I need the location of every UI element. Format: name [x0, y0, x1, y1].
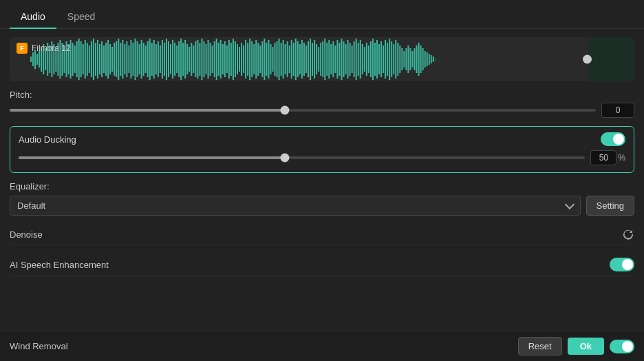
equalizer-selected-value: Default: [17, 200, 45, 211]
svg-rect-65: [164, 43, 165, 76]
svg-rect-54: [141, 40, 142, 79]
pitch-label: Pitch:: [10, 90, 634, 100]
equalizer-select[interactable]: Default: [10, 196, 581, 216]
svg-rect-55: [143, 43, 144, 76]
svg-rect-95: [226, 45, 228, 73]
svg-rect-160: [362, 44, 363, 74]
svg-rect-147: [334, 45, 336, 73]
svg-rect-137: [314, 40, 315, 79]
pitch-value[interactable]: 0: [601, 103, 634, 118]
svg-rect-187: [418, 43, 420, 76]
svg-rect-40: [111, 47, 113, 72]
svg-rect-44: [120, 43, 121, 76]
tab-speed[interactable]: Speed: [56, 7, 106, 29]
pitch-slider-thumb[interactable]: [281, 106, 290, 115]
svg-rect-148: [336, 40, 338, 79]
svg-rect-135: [310, 39, 311, 80]
denoise-refresh-icon[interactable]: [622, 228, 634, 240]
svg-rect-111: [259, 45, 261, 73]
svg-rect-174: [391, 41, 392, 77]
svg-rect-90: [216, 39, 217, 80]
svg-rect-175: [393, 44, 394, 74]
svg-rect-113: [264, 39, 265, 80]
reset-button[interactable]: Reset: [518, 337, 562, 355]
audio-ducking-header: Audio Ducking: [19, 132, 625, 146]
svg-rect-158: [358, 43, 359, 76]
svg-rect-83: [201, 39, 202, 80]
bottom-bar: Wind Removal Reset Ok: [0, 331, 644, 361]
svg-rect-50: [132, 43, 133, 76]
svg-rect-76: [186, 44, 188, 74]
pitch-slider-track[interactable]: [10, 109, 596, 112]
wind-removal-toggle[interactable]: [610, 340, 634, 353]
svg-rect-39: [109, 44, 111, 74]
svg-rect-93: [222, 44, 224, 74]
svg-rect-37: [105, 43, 107, 76]
content-area: F Filmora 12: [0, 29, 644, 331]
waveform-container: F Filmora 12: [10, 37, 634, 81]
svg-rect-64: [162, 40, 163, 79]
tab-audio[interactable]: Audio: [10, 7, 56, 29]
ducking-slider-thumb[interactable]: [280, 154, 289, 163]
svg-rect-26: [83, 44, 84, 74]
denoise-row: Denoise: [10, 224, 634, 245]
pitch-section: Pitch: 0: [10, 90, 634, 118]
svg-rect-122: [283, 40, 284, 79]
waveform-playhead[interactable]: [583, 55, 592, 64]
svg-rect-81: [197, 40, 198, 79]
equalizer-controls: Default Setting: [10, 196, 634, 216]
svg-rect-85: [206, 44, 207, 74]
svg-rect-105: [247, 43, 248, 76]
svg-rect-34: [99, 44, 100, 74]
svg-rect-165: [372, 39, 374, 80]
svg-rect-186: [416, 45, 418, 73]
svg-rect-152: [345, 44, 347, 74]
svg-rect-129: [297, 41, 299, 77]
equalizer-setting-button[interactable]: Setting: [586, 196, 634, 216]
svg-rect-141: [322, 41, 323, 77]
svg-rect-173: [389, 39, 390, 80]
main-container: Audio Speed F Filmora 12: [0, 0, 644, 361]
svg-rect-164: [370, 41, 372, 77]
svg-rect-130: [299, 44, 301, 74]
svg-rect-101: [239, 47, 240, 72]
svg-rect-106: [249, 39, 250, 80]
svg-rect-182: [407, 45, 409, 73]
ducking-slider-fill: [19, 156, 285, 159]
svg-rect-99: [235, 41, 236, 77]
equalizer-section: Equalizer: Default Setting: [10, 181, 634, 216]
svg-rect-189: [422, 48, 424, 70]
ducking-value[interactable]: 50: [590, 150, 616, 165]
svg-rect-97: [230, 43, 232, 76]
svg-rect-185: [414, 48, 416, 70]
waveform-title: Filmora 12: [32, 43, 71, 53]
svg-rect-163: [368, 45, 369, 73]
svg-rect-171: [385, 40, 386, 79]
svg-rect-120: [279, 39, 280, 80]
svg-rect-24: [78, 39, 80, 80]
svg-rect-115: [268, 40, 269, 79]
svg-rect-170: [383, 45, 384, 73]
svg-rect-195: [435, 58, 436, 61]
svg-rect-86: [208, 40, 209, 79]
ok-button[interactable]: Ok: [568, 338, 604, 355]
svg-rect-61: [155, 44, 157, 74]
svg-rect-27: [85, 40, 86, 79]
ai-speech-toggle[interactable]: [610, 258, 634, 271]
svg-rect-117: [272, 47, 273, 72]
svg-rect-168: [378, 44, 380, 74]
svg-rect-69: [172, 40, 173, 79]
svg-rect-67: [168, 41, 169, 77]
svg-rect-184: [411, 51, 413, 68]
ai-speech-row: AI Speech Enhancement: [10, 254, 634, 276]
svg-rect-62: [158, 41, 159, 77]
svg-rect-45: [122, 40, 123, 79]
ducking-slider-track[interactable]: [19, 156, 585, 159]
svg-rect-166: [374, 43, 376, 76]
svg-rect-151: [343, 41, 345, 77]
svg-rect-80: [195, 41, 196, 77]
svg-rect-180: [403, 51, 405, 68]
svg-rect-79: [193, 45, 194, 73]
chevron-down-icon: [564, 200, 574, 209]
audio-ducking-toggle[interactable]: [601, 132, 625, 146]
